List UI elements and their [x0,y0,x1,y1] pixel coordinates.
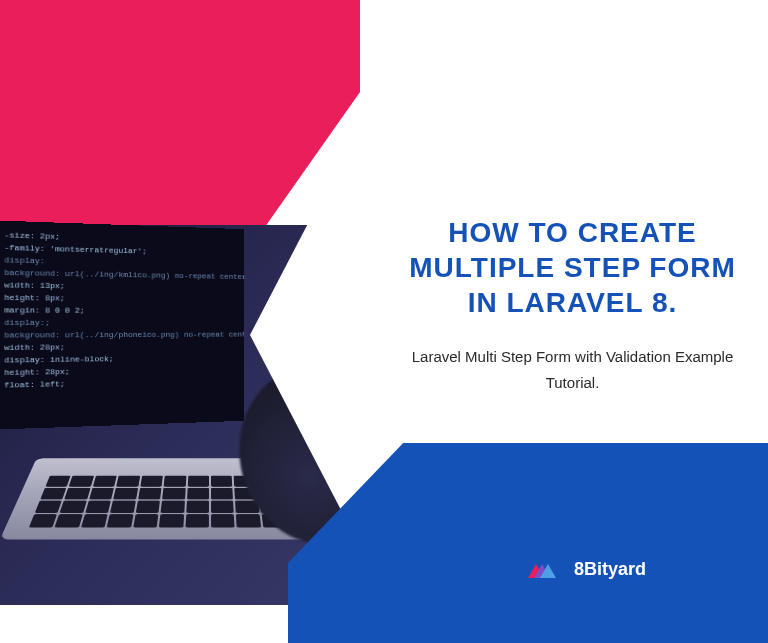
brand-container: 8Bityard [520,550,646,588]
content: HOW TO CREATE MULTIPLE STEP FORM IN LARA… [405,215,740,395]
main-title: HOW TO CREATE MULTIPLE STEP FORM IN LARA… [405,215,740,320]
brand-logo-icon [520,550,562,588]
subtitle-text: Laravel Multi Step Form with Validation … [405,344,740,395]
monitor-screen: -size: 2px; -family: 'montserratregular'… [0,220,244,429]
pink-decorative-shape [0,0,360,230]
code-snippet: -size: 2px; -family: 'montserratregular'… [0,220,244,400]
brand-name: 8Bityard [574,559,646,580]
